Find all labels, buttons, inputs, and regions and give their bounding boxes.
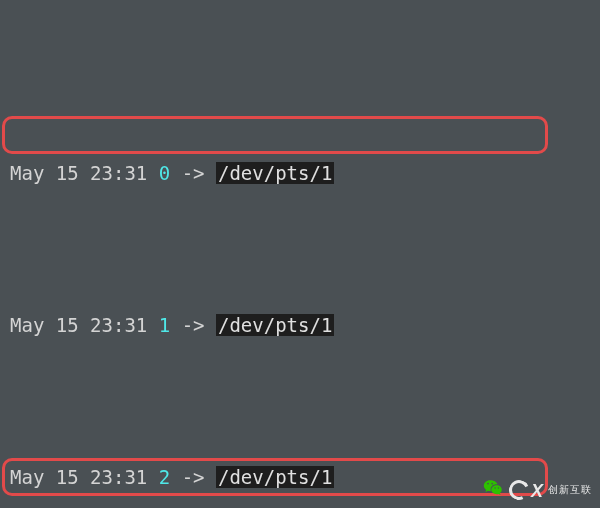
watermark: X 创新互联 [483, 477, 592, 502]
wechat-icon [483, 478, 503, 501]
timestamp: May 15 23:31 [10, 314, 147, 336]
timestamp: May 15 23:31 [10, 162, 147, 184]
fd-target: /dev/pts/1 [216, 466, 334, 488]
terminal-output: May 15 23:31 0 -> /dev/pts/1 May 15 23:3… [0, 0, 600, 508]
fd-entry: May 15 23:31 0 -> /dev/pts/1 [10, 154, 600, 192]
arrow: -> [182, 314, 205, 336]
brand-logo: X [509, 477, 542, 502]
fd-target: /dev/pts/1 [216, 162, 334, 184]
fd-number: 1 [159, 314, 170, 336]
callout-box [2, 116, 548, 154]
arrow: -> [182, 162, 205, 184]
fd-number: 2 [159, 466, 170, 488]
fd-entry: May 15 23:31 1 -> /dev/pts/1 [10, 306, 600, 344]
fd-target: /dev/pts/1 [216, 314, 334, 336]
fd-number: 0 [159, 162, 170, 184]
timestamp: May 15 23:31 [10, 466, 147, 488]
brand-text: 创新互联 [548, 483, 592, 497]
arrow: -> [182, 466, 205, 488]
